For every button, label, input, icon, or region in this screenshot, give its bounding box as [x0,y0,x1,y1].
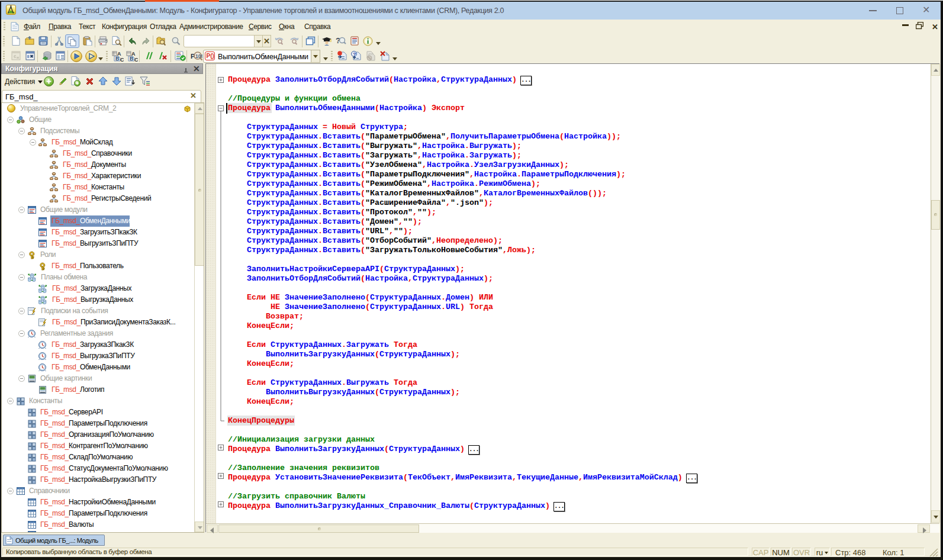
svg-text:10!: 10! [195,53,202,59]
svg-text:B: B [115,56,120,62]
svg-text:B: B [130,56,134,62]
svg-text:C: C [134,57,138,62]
svg-text:C: C [120,57,124,62]
